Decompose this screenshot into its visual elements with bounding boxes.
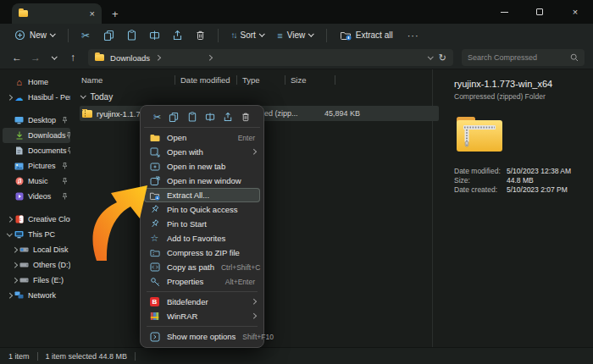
back-button[interactable]: ← (8, 49, 25, 66)
chevron-down-icon[interactable] (7, 230, 12, 235)
column-separator[interactable] (175, 75, 175, 85)
menu-item-pin-to-start[interactable]: Pin to Start (144, 217, 260, 231)
menu-shortcut: Ctrl+Shift+C (221, 263, 260, 272)
menu-shortcut: Enter (238, 134, 255, 142)
sidebar-item-others-d[interactable]: Others (D:) (3, 257, 70, 273)
menu-item-properties[interactable]: Properties Alt+Enter (144, 274, 260, 289)
chevron-down-icon[interactable] (80, 93, 86, 98)
sidebar-item-desktop[interactable]: Desktop (3, 113, 70, 128)
chevron-slot (11, 279, 19, 283)
column-header-size[interactable]: Size (291, 75, 335, 85)
up-button[interactable]: ↑ (64, 49, 81, 66)
menu-separator (147, 291, 258, 292)
menu-item-label: Pin to Start (167, 219, 207, 229)
menu-item-label: WinRAR (167, 312, 197, 321)
submenu-chevron-icon (252, 150, 256, 154)
chevron-right-icon[interactable] (12, 262, 17, 267)
minimize-button[interactable] (486, 0, 522, 24)
cut-button[interactable]: ✂ (75, 26, 97, 44)
sidebar-item-downloads[interactable]: Downloads (3, 128, 70, 143)
sidebar-item-network[interactable]: Network (3, 288, 70, 303)
address-bar[interactable]: Downloads ↻ (88, 49, 453, 66)
chevron-right-icon[interactable] (7, 293, 12, 298)
menu-item-pin-to-quick-access[interactable]: Pin to Quick access (144, 202, 260, 217)
menu-item-open-in-new-tab[interactable]: Open in new tab (144, 159, 260, 174)
sidebar-item-local-disk-c[interactable]: Local Disk (C:) (3, 242, 70, 257)
column-header-date-modified[interactable]: Date modified (180, 75, 236, 85)
paste-button[interactable] (121, 26, 142, 44)
close-button[interactable]: × (557, 0, 593, 24)
delete-button[interactable] (190, 26, 211, 44)
close-tab-icon[interactable]: × (90, 9, 95, 19)
address-dropdown-icon[interactable] (428, 53, 433, 58)
sidebar-item-music[interactable]: Music (3, 174, 70, 189)
share-button[interactable] (167, 26, 188, 44)
menu-item-copy-as-path[interactable]: Copy as path Ctrl+Shift+C (144, 260, 260, 274)
sidebar-item-home[interactable]: ⌂ Home (3, 74, 70, 90)
menu-item-bitdefender[interactable]: B Bitdefender (144, 295, 260, 309)
search-input[interactable] (468, 53, 567, 62)
copy-button[interactable] (98, 26, 119, 44)
menu-item-show-more-options[interactable]: Show more options Shift+F10 (144, 329, 260, 344)
sort-button[interactable]: ↑↓ Sort (225, 28, 270, 42)
column-separator[interactable] (335, 75, 335, 85)
recent-locations-button[interactable] (46, 49, 63, 66)
chevron-slot (11, 263, 19, 267)
plus-circle-icon (14, 30, 25, 41)
menu-item-compress-to-zip[interactable]: Compress to ZIP file (144, 245, 260, 260)
menu-item-open[interactable]: Open Enter (144, 130, 260, 145)
menu-item-winrar[interactable]: WinRAR (144, 309, 260, 323)
sidebar-item-files-e[interactable]: Files (E:) (3, 273, 70, 288)
sidebar-item-this-pc[interactable]: This PC (3, 227, 70, 242)
breadcrumb-chevron-icon[interactable] (155, 55, 160, 60)
cut-icon[interactable]: ✂ (153, 112, 161, 122)
chevron-right-icon[interactable] (7, 217, 12, 222)
paste-icon[interactable] (187, 112, 197, 122)
trash-icon[interactable] (241, 112, 251, 122)
more-options-button[interactable]: ··· (401, 26, 426, 44)
group-header-today[interactable]: Today (81, 92, 432, 102)
breadcrumb-downloads[interactable]: Downloads (110, 53, 150, 63)
menu-item-label: Open in new window (167, 176, 241, 185)
desktop-icon (14, 116, 25, 124)
rename-icon[interactable] (205, 112, 215, 122)
column-header-name[interactable]: Name (80, 75, 175, 85)
column-header-type[interactable]: Type (242, 75, 285, 85)
menu-item-add-to-favorites[interactable]: ☆ Add to Favorites (144, 231, 260, 245)
menu-item-open-with[interactable]: Open with (144, 145, 260, 159)
minimize-icon (501, 12, 508, 13)
chevron-right-icon[interactable] (12, 278, 17, 283)
view-button[interactable]: ≡ View (271, 28, 319, 43)
new-button[interactable]: New (8, 27, 61, 43)
menu-item-open-in-new-window[interactable]: Open in new window (144, 174, 260, 188)
chevron-slot (6, 294, 14, 298)
explorer-tab[interactable]: × (12, 3, 102, 24)
column-separator[interactable] (285, 75, 285, 85)
share-icon[interactable] (223, 112, 233, 122)
chevron-right-icon[interactable] (12, 247, 17, 252)
column-separator[interactable] (236, 75, 237, 85)
refresh-icon[interactable]: ↻ (439, 52, 446, 63)
search-icon (570, 53, 579, 62)
menu-item-extract-all[interactable]: Extract All... (144, 188, 260, 202)
breadcrumb-chevron-icon[interactable] (207, 55, 212, 60)
copy-icon[interactable] (169, 112, 179, 122)
forward-button[interactable]: → (27, 49, 44, 66)
sidebar-item-label: Downloads (28, 131, 66, 140)
chevron-right-icon[interactable] (7, 95, 12, 100)
sidebar-item-videos[interactable]: Videos (3, 189, 70, 204)
folder-icon (19, 10, 28, 17)
extract-all-button[interactable]: Extract all (334, 27, 399, 43)
rename-button[interactable] (144, 26, 165, 44)
sidebar-item-documents[interactable]: Documents (3, 143, 70, 158)
menu-item-label: Extract All... (167, 190, 209, 200)
sidebar-item-pictures[interactable]: Pictures (3, 158, 70, 174)
status-separator (37, 352, 38, 361)
new-tab-button[interactable]: + (112, 8, 119, 20)
sidebar-item-onedrive[interactable]: ☁ Hasibul - Personal (3, 90, 70, 105)
field-label: Date modified: (454, 167, 507, 176)
sidebar-item-creative-cloud[interactable]: c Creative Cloud File (3, 212, 70, 227)
chevron-down-icon (259, 31, 264, 36)
maximize-button[interactable] (522, 0, 557, 24)
search-box[interactable] (462, 49, 585, 66)
